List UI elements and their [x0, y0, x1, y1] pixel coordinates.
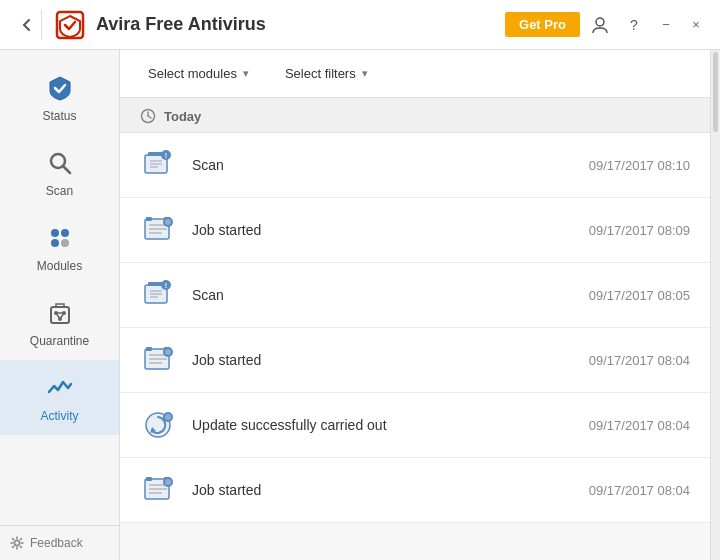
svg-point-5	[61, 229, 69, 237]
svg-point-33	[165, 219, 171, 225]
activity-row-label: Scan	[192, 157, 589, 173]
svg-point-1	[596, 18, 604, 26]
sidebar-item-quarantine[interactable]: Quarantine	[0, 285, 119, 360]
svg-point-52	[165, 414, 171, 420]
activity-icon	[44, 372, 76, 404]
sidebar-item-status[interactable]: Status	[0, 60, 119, 135]
user-icon[interactable]	[586, 11, 614, 39]
activity-row[interactable]: Job started 09/17/2017 08:04	[120, 328, 710, 393]
activity-row-label: Job started	[192, 482, 589, 498]
clock-icon	[140, 108, 156, 124]
get-pro-button[interactable]: Get Pro	[505, 12, 580, 37]
modules-label: Modules	[37, 259, 82, 273]
activity-row[interactable]: Update successfully carried out 09/17/20…	[120, 393, 710, 458]
svg-rect-30	[146, 217, 152, 221]
modules-icon	[44, 222, 76, 254]
svg-point-4	[51, 229, 59, 237]
status-icon	[44, 72, 76, 104]
activity-row-label: Update successfully carried out	[192, 417, 589, 433]
titlebar-actions: Get Pro ? − ×	[505, 11, 708, 39]
sidebar-item-modules[interactable]: Modules	[0, 210, 119, 285]
svg-point-6	[51, 239, 59, 247]
feedback-label: Feedback	[30, 536, 83, 550]
scrollbar[interactable]	[710, 50, 720, 560]
activity-row-icon	[140, 212, 176, 248]
back-button[interactable]	[12, 10, 42, 40]
activity-row-icon	[140, 407, 176, 443]
svg-text:!: !	[165, 152, 167, 159]
activity-row[interactable]: ! Scan 09/17/2017 08:10	[120, 133, 710, 198]
date-header: Today	[120, 98, 710, 133]
quarantine-label: Quarantine	[30, 334, 89, 348]
activity-row-label: Scan	[192, 287, 589, 303]
filter-bar: Select modules ▾ Select filters ▾	[120, 50, 710, 98]
activity-row-icon: !	[140, 147, 176, 183]
activity-row-label: Job started	[192, 222, 589, 238]
svg-point-48	[165, 349, 171, 355]
svg-point-15	[15, 541, 20, 546]
sidebar-item-scan[interactable]: Scan	[0, 135, 119, 210]
activity-list: ! Scan 09/17/2017 08:10 Job started 09/1…	[120, 133, 710, 523]
close-button[interactable]: ×	[684, 13, 708, 37]
filters-dropdown-label: Select filters	[285, 66, 356, 81]
svg-rect-57	[146, 477, 152, 481]
help-icon[interactable]: ?	[620, 11, 648, 39]
activity-row-icon	[140, 342, 176, 378]
activity-row-label: Job started	[192, 352, 589, 368]
activity-row-time: 09/17/2017 08:05	[589, 288, 690, 303]
svg-point-7	[61, 239, 69, 247]
main-layout: Status Scan Modules	[0, 50, 720, 560]
activity-area: Today ! Scan 09/17/2017 08:10 Job starte…	[120, 98, 710, 560]
svg-line-14	[60, 313, 64, 319]
activity-row-time: 09/17/2017 08:09	[589, 223, 690, 238]
modules-dropdown-label: Select modules	[148, 66, 237, 81]
app-title: Avira Free Antivirus	[96, 14, 505, 35]
sidebar-item-activity[interactable]: Activity	[0, 360, 119, 435]
activity-row-time: 09/17/2017 08:04	[589, 483, 690, 498]
activity-row-icon: !	[140, 277, 176, 313]
feedback-button[interactable]: Feedback	[0, 525, 119, 560]
status-label: Status	[42, 109, 76, 123]
titlebar: Avira Free Antivirus Get Pro ? − ×	[0, 0, 720, 50]
svg-line-13	[56, 313, 60, 319]
activity-row[interactable]: Job started 09/17/2017 08:04	[120, 458, 710, 523]
filters-dropdown[interactable]: Select filters ▾	[277, 62, 376, 85]
gear-icon	[10, 536, 24, 550]
filters-chevron-icon: ▾	[362, 67, 368, 80]
minimize-button[interactable]: −	[654, 13, 678, 37]
scan-icon	[44, 147, 76, 179]
svg-line-18	[148, 116, 151, 118]
activity-row-icon	[140, 472, 176, 508]
activity-label: Activity	[40, 409, 78, 423]
activity-row-time: 09/17/2017 08:10	[589, 158, 690, 173]
activity-row-time: 09/17/2017 08:04	[589, 353, 690, 368]
modules-dropdown[interactable]: Select modules ▾	[140, 62, 257, 85]
activity-row[interactable]: ! Scan 09/17/2017 08:05	[120, 263, 710, 328]
sidebar: Status Scan Modules	[0, 50, 120, 560]
svg-rect-45	[146, 347, 152, 351]
svg-text:!: !	[165, 282, 167, 289]
activity-row[interactable]: Job started 09/17/2017 08:09	[120, 198, 710, 263]
avira-logo	[54, 9, 86, 41]
scan-label: Scan	[46, 184, 73, 198]
modules-chevron-icon: ▾	[243, 67, 249, 80]
content-area: Select modules ▾ Select filters ▾ Today	[120, 50, 710, 560]
activity-row-time: 09/17/2017 08:04	[589, 418, 690, 433]
svg-line-3	[63, 166, 70, 173]
svg-point-60	[165, 479, 171, 485]
quarantine-icon	[44, 297, 76, 329]
